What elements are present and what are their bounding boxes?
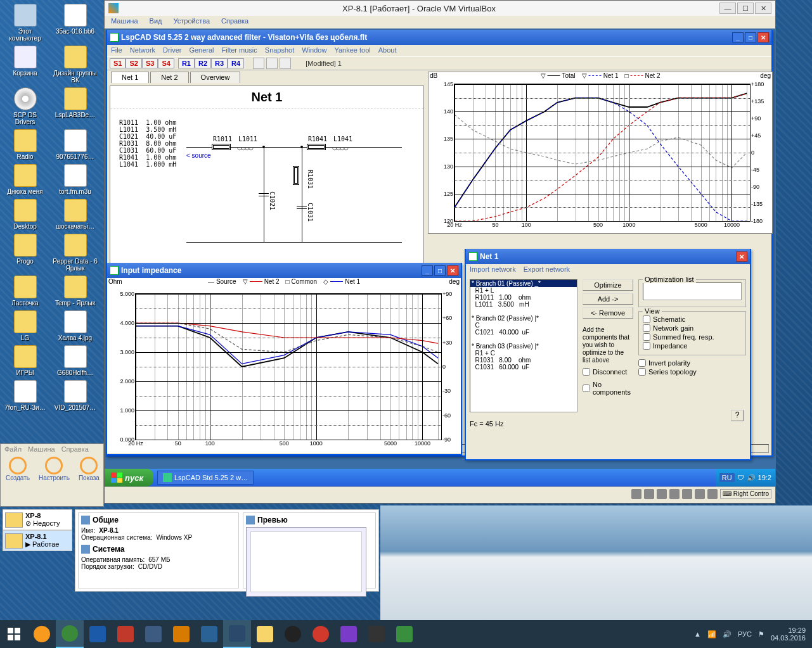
- sr-button[interactable]: R2: [195, 58, 211, 68]
- schematic-canvas[interactable]: R1011 1.00 ohm L1011 3.500 mH C1021 40.0…: [110, 109, 423, 267]
- tray-icon[interactable]: 🔊: [747, 474, 756, 482]
- desktop-icon[interactable]: VID_201507…: [53, 380, 98, 411]
- view-summed-checkbox[interactable]: Summed freq. resp.: [643, 333, 742, 341]
- view-impedance-checkbox[interactable]: Impedance: [643, 342, 742, 350]
- toolbar-button[interactable]: Создать: [6, 457, 30, 481]
- menu-item[interactable]: Справка: [61, 445, 89, 453]
- taskbar-virtualbox[interactable]: [223, 620, 251, 648]
- tray-up-icon[interactable]: ▲: [694, 630, 701, 638]
- no-components-checkbox[interactable]: No components: [583, 381, 633, 396]
- language-indicator[interactable]: РУС: [738, 630, 752, 638]
- desktop-icon[interactable]: Этот компьютер: [3, 4, 48, 42]
- view-gain-checkbox[interactable]: Network gain: [643, 324, 742, 332]
- taskbar-app[interactable]: [363, 620, 390, 648]
- language-indicator[interactable]: RU: [719, 473, 735, 482]
- close-button[interactable]: ✕: [755, 3, 771, 14]
- taskbar-app-lspcad[interactable]: LspCAD Std 5.25 2 w…: [157, 471, 254, 485]
- maximize-button[interactable]: □: [745, 32, 756, 42]
- vm-list-item[interactable]: XP-8.1▶ Работае: [3, 530, 72, 551]
- menu-item[interactable]: File: [111, 46, 122, 55]
- taskbar-app[interactable]: [139, 620, 167, 648]
- sr-button[interactable]: S3: [142, 58, 158, 68]
- desktop-icon[interactable]: Халва 4.jpg: [53, 310, 98, 341]
- desktop-icon[interactable]: шоскачатьі…: [53, 199, 98, 230]
- tab[interactable]: Net 2: [150, 72, 188, 83]
- invert-polarity-checkbox[interactable]: Invert polarity: [638, 359, 746, 367]
- disconnect-checkbox[interactable]: Disconnect: [583, 368, 633, 376]
- maximize-button[interactable]: □: [434, 265, 446, 276]
- menu-item[interactable]: Вид: [150, 17, 162, 27]
- menu-item[interactable]: Yankee tool: [334, 46, 370, 55]
- menu-item[interactable]: General: [189, 46, 214, 55]
- sr-button[interactable]: R4: [228, 58, 244, 68]
- vm-list-item[interactable]: XP-8⊘ Недосту: [3, 509, 72, 530]
- taskbar-app[interactable]: [335, 620, 363, 648]
- toolbar-button[interactable]: Настроить: [39, 457, 70, 481]
- branch-list[interactable]: * Branch 01 (Passive) _* R1 + L R1011 1.…: [470, 279, 577, 412]
- menu-export[interactable]: Export network: [524, 265, 570, 274]
- tray-icon[interactable]: ⚑: [758, 630, 764, 638]
- menu-item[interactable]: Filter music: [222, 46, 257, 55]
- desktop-icon[interactable]: Temp - Ярлык: [53, 276, 98, 307]
- tool-icon[interactable]: [280, 58, 291, 69]
- taskbar-app[interactable]: [390, 620, 418, 648]
- taskbar-app[interactable]: [167, 620, 195, 648]
- menu-item[interactable]: About: [378, 46, 397, 55]
- menu-item[interactable]: Network: [130, 46, 155, 55]
- desktop-icon[interactable]: G680Hclfh…: [53, 345, 98, 376]
- desktop-icon[interactable]: 35ac-016.bb6: [53, 4, 98, 42]
- optimization-list[interactable]: [643, 283, 742, 300]
- menu-item[interactable]: Window: [302, 46, 326, 55]
- desktop-icon[interactable]: Днюха меня: [3, 164, 48, 195]
- minimize-button[interactable]: _: [422, 265, 433, 276]
- sr-button[interactable]: R3: [211, 58, 228, 68]
- close-button[interactable]: ✕: [447, 265, 458, 276]
- view-schematic-checkbox[interactable]: Schematic: [643, 315, 742, 323]
- help-button[interactable]: ?: [731, 410, 744, 421]
- taskbar-app[interactable]: [112, 620, 139, 648]
- desktop-icon[interactable]: tort.fm.m3u: [53, 164, 98, 195]
- desktop-icon[interactable]: SCP DS Drivers: [3, 87, 48, 125]
- tool-icon[interactable]: [253, 58, 264, 69]
- tab[interactable]: Net 1: [111, 72, 149, 83]
- close-button[interactable]: ✕: [757, 32, 769, 42]
- taskbar-app[interactable]: [279, 620, 307, 648]
- tray-icon[interactable]: 🛡: [737, 474, 744, 481]
- taskbar-app[interactable]: [28, 620, 56, 648]
- minimize-button[interactable]: _: [732, 32, 744, 42]
- desktop-icon[interactable]: Radio: [3, 129, 48, 160]
- minimize-button[interactable]: —: [719, 3, 736, 14]
- sr-button[interactable]: S4: [158, 58, 174, 68]
- xp-systray[interactable]: RU 🛡 🔊 19:2: [716, 469, 775, 486]
- impedance-chart[interactable]: Ohm deg —Source ▽Net 2 □Common ◇Net 1 0.…: [107, 278, 461, 453]
- desktop-icon[interactable]: Ласточка: [3, 276, 48, 307]
- sr-button[interactable]: S1: [110, 58, 126, 68]
- host-systray[interactable]: ▲ 📶 🔊 РУС ⚑ 19:29 04.03.2016: [688, 626, 812, 642]
- desktop-icon[interactable]: 7fon_RU-Зи…: [3, 380, 48, 411]
- start-button[interactable]: [0, 620, 28, 648]
- desktop-icon[interactable]: LspLAB3De…: [53, 87, 98, 125]
- series-topology-checkbox[interactable]: Series topology: [638, 368, 746, 376]
- desktop-icon[interactable]: Корзина: [3, 46, 48, 84]
- taskbar-app[interactable]: [307, 620, 335, 648]
- desktop-icon[interactable]: Desktop: [3, 199, 48, 230]
- menu-item[interactable]: Snapshot: [265, 46, 294, 55]
- desktop-icon[interactable]: LG: [3, 310, 48, 341]
- menu-item[interactable]: Файл: [4, 445, 22, 453]
- menu-item[interactable]: Driver: [163, 46, 181, 55]
- menu-import[interactable]: Import network: [470, 265, 516, 274]
- tray-icon[interactable]: 🔊: [723, 630, 731, 638]
- taskbar-app[interactable]: [56, 620, 84, 648]
- desktop-icon[interactable]: ИГРЫ: [3, 345, 48, 376]
- maximize-button[interactable]: ☐: [737, 3, 754, 14]
- tray-icon[interactable]: 📶: [707, 630, 716, 638]
- desktop-icon[interactable]: Progo: [3, 234, 48, 272]
- menu-item[interactable]: Устройства: [173, 17, 210, 27]
- vm-preview-thumbnail[interactable]: [246, 527, 366, 597]
- menu-item[interactable]: Справка: [221, 17, 248, 27]
- start-button[interactable]: пуск: [105, 469, 153, 486]
- menu-item[interactable]: Машина: [111, 17, 138, 27]
- toolbar-button[interactable]: Показа: [79, 457, 100, 481]
- taskbar-app[interactable]: [195, 620, 223, 648]
- add-button[interactable]: Add ->: [583, 293, 633, 305]
